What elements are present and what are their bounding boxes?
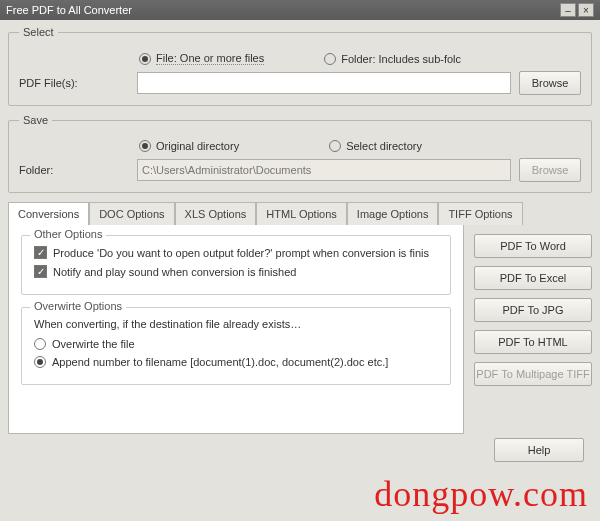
title-bar: Free PDF to All Converter – × [0,0,600,20]
select-legend: Select [19,26,58,38]
append-number-label: Append number to filename [document(1).d… [52,356,388,368]
radio-icon [324,53,336,65]
overwrite-legend: Overwirte Options [30,300,126,312]
radio-icon [139,140,151,152]
prompt-checkbox-row[interactable]: ✓ Produce 'Do you want to open output fo… [34,246,438,259]
pdf-files-input[interactable] [137,72,511,94]
tab-conversions[interactable]: Conversions [8,202,89,225]
radio-icon [34,356,46,368]
select-dir-option[interactable]: Select directory [329,140,422,152]
minimize-button[interactable]: – [560,3,576,17]
pdf-files-label: PDF File(s): [19,77,129,89]
file-radio-option[interactable]: File: One or more files [139,52,264,65]
checkbox-checked-icon: ✓ [34,265,47,278]
browse-pdf-button[interactable]: Browse [519,71,581,95]
other-options-legend: Other Options [30,228,106,240]
prompt-label: Produce 'Do you want to open output fold… [53,247,429,259]
browse-folder-button: Browse [519,158,581,182]
folder-radio-option[interactable]: Folder: Includes sub-folc [324,53,461,65]
select-group: Select File: One or more files Folder: I… [8,26,592,106]
radio-icon [139,53,151,65]
tab-image-options[interactable]: Image Options [347,202,439,225]
pdf-to-tiff-button: PDF To Multipage TIFF [474,362,592,386]
action-buttons: PDF To Word PDF To Excel PDF To JPG PDF … [474,224,592,386]
window-buttons: – × [560,3,594,17]
folder-option-label: Folder: Includes sub-folc [341,53,461,65]
radio-icon [34,338,46,350]
conversions-panel: Other Options ✓ Produce 'Do you want to … [8,224,464,434]
radio-icon [329,140,341,152]
tab-doc-options[interactable]: DOC Options [89,202,174,225]
tab-xls-options[interactable]: XLS Options [175,202,257,225]
file-option-label: File: One or more files [156,52,264,65]
pdf-to-excel-button[interactable]: PDF To Excel [474,266,592,290]
folder-label: Folder: [19,164,129,176]
notify-label: Notify and play sound when conversion is… [53,266,296,278]
help-button[interactable]: Help [494,438,584,462]
other-options-group: Other Options ✓ Produce 'Do you want to … [21,235,451,295]
tab-bar: Conversions DOC Options XLS Options HTML… [8,201,592,224]
save-legend: Save [19,114,52,126]
pdf-to-jpg-button[interactable]: PDF To JPG [474,298,592,322]
tab-html-options[interactable]: HTML Options [256,202,347,225]
folder-input [137,159,511,181]
original-dir-label: Original directory [156,140,239,152]
overwrite-options-group: Overwirte Options When converting, if th… [21,307,451,385]
window-title: Free PDF to All Converter [6,4,132,16]
checkbox-checked-icon: ✓ [34,246,47,259]
overwrite-file-option[interactable]: Overwirte the file [34,338,438,350]
tab-tiff-options[interactable]: TIFF Options [438,202,522,225]
append-number-option[interactable]: Append number to filename [document(1).d… [34,356,438,368]
select-dir-label: Select directory [346,140,422,152]
save-group: Save Original directory Select directory… [8,114,592,193]
overwrite-intro: When converting, if the destination file… [34,318,438,330]
close-button[interactable]: × [578,3,594,17]
overwrite-file-label: Overwirte the file [52,338,135,350]
watermark-text: dongpow.com [374,473,588,515]
original-dir-option[interactable]: Original directory [139,140,239,152]
pdf-to-word-button[interactable]: PDF To Word [474,234,592,258]
notify-checkbox-row[interactable]: ✓ Notify and play sound when conversion … [34,265,438,278]
pdf-to-html-button[interactable]: PDF To HTML [474,330,592,354]
